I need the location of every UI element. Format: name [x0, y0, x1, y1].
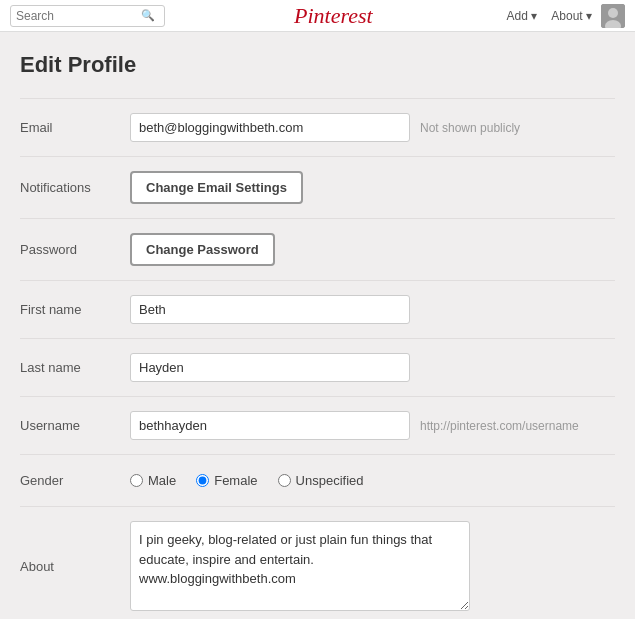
notifications-label: Notifications [20, 180, 130, 195]
search-wrapper: 🔍 [10, 5, 165, 27]
about-textarea[interactable]: I pin geeky, blog-related or just plain … [130, 521, 470, 611]
about-row: About I pin geeky, blog-related or just … [20, 506, 615, 619]
notifications-row: Notifications Change Email Settings [20, 156, 615, 218]
email-input[interactable] [130, 113, 410, 142]
username-hint: http://pinterest.com/username [420, 419, 579, 433]
password-field-group: Change Password [130, 233, 615, 266]
about-button[interactable]: About ▾ [546, 7, 597, 25]
gender-radio-group: Male Female Unspecified [130, 473, 363, 488]
email-hint: Not shown publicly [420, 121, 520, 135]
username-label: Username [20, 418, 130, 433]
email-field-group: Not shown publicly [130, 113, 615, 142]
svg-point-1 [608, 8, 618, 18]
about-field-group: I pin geeky, blog-related or just plain … [130, 521, 615, 611]
site-logo: Pinterest [173, 3, 494, 29]
change-password-button[interactable]: Change Password [130, 233, 275, 266]
password-label: Password [20, 242, 130, 257]
gender-label: Gender [20, 473, 130, 488]
gender-male-radio[interactable] [130, 474, 143, 487]
gender-row: Gender Male Female Unspecified [20, 454, 615, 506]
email-label: Email [20, 120, 130, 135]
first-name-input[interactable] [130, 295, 410, 324]
gender-female-label: Female [214, 473, 257, 488]
last-name-label: Last name [20, 360, 130, 375]
gender-unspecified-option[interactable]: Unspecified [278, 473, 364, 488]
search-icon-button[interactable]: 🔍 [141, 9, 155, 22]
last-name-row: Last name [20, 338, 615, 396]
about-label: About [20, 559, 130, 574]
nav-actions: Add ▾ About ▾ [502, 4, 625, 28]
email-row: Email Not shown publicly [20, 98, 615, 156]
username-field-group: http://pinterest.com/username [130, 411, 615, 440]
gender-male-option[interactable]: Male [130, 473, 176, 488]
first-name-row: First name [20, 280, 615, 338]
avatar[interactable] [601, 4, 625, 28]
gender-unspecified-radio[interactable] [278, 474, 291, 487]
notifications-field-group: Change Email Settings [130, 171, 615, 204]
first-name-field-group [130, 295, 615, 324]
navbar: 🔍 Pinterest Add ▾ About ▾ [0, 0, 635, 32]
gender-female-radio[interactable] [196, 474, 209, 487]
search-input[interactable] [16, 9, 141, 23]
main-content: Edit Profile Email Not shown publicly No… [0, 32, 635, 619]
last-name-field-group [130, 353, 615, 382]
gender-unspecified-label: Unspecified [296, 473, 364, 488]
first-name-label: First name [20, 302, 130, 317]
page-title: Edit Profile [20, 52, 615, 78]
gender-female-option[interactable]: Female [196, 473, 257, 488]
add-button[interactable]: Add ▾ [502, 7, 543, 25]
gender-field-group: Male Female Unspecified [130, 473, 615, 488]
username-row: Username http://pinterest.com/username [20, 396, 615, 454]
last-name-input[interactable] [130, 353, 410, 382]
gender-male-label: Male [148, 473, 176, 488]
password-row: Password Change Password [20, 218, 615, 280]
change-email-settings-button[interactable]: Change Email Settings [130, 171, 303, 204]
username-input[interactable] [130, 411, 410, 440]
